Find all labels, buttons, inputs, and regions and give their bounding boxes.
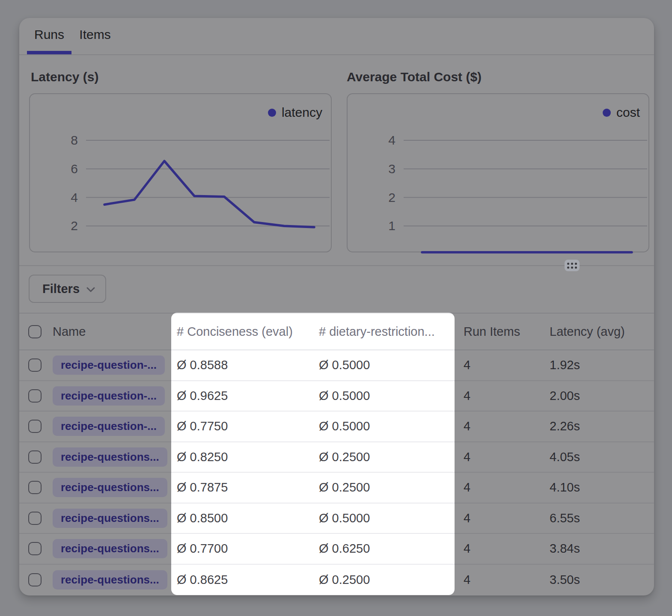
latency-legend: latency (268, 105, 322, 120)
table-row: recipe-questions...Ø 0.7700Ø 0.625043.84… (19, 534, 654, 565)
dietary-value: Ø 0.2500 (319, 565, 370, 595)
dietary-value: Ø 0.5000 (319, 503, 370, 533)
table-row: recipe-question-...Ø 0.8588Ø 0.500041.92… (19, 350, 654, 381)
svg-text:4: 4 (71, 190, 78, 204)
table-row: recipe-questions...Ø 0.7875Ø 0.250044.10… (19, 473, 654, 503)
tab-items[interactable]: Items (76, 18, 114, 51)
table-row: recipe-question-...Ø 0.9625Ø 0.500042.00… (19, 381, 654, 412)
cost-legend: cost (603, 105, 640, 120)
conciseness-value: Ø 0.7875 (177, 473, 228, 503)
row-checkbox[interactable] (28, 542, 42, 555)
column-header-name: Name (53, 314, 86, 349)
row-checkbox[interactable] (28, 358, 42, 372)
latency-value: 2.26s (550, 412, 580, 441)
run-name-badge[interactable]: recipe-question-... (53, 417, 165, 436)
filters-button-label: Filters (42, 282, 80, 296)
conciseness-value: Ø 0.7750 (177, 412, 228, 441)
run-name-badge[interactable]: recipe-question-... (53, 386, 165, 406)
column-header-conciseness: # Conciseness (eval) (177, 314, 293, 349)
svg-text:6: 6 (71, 162, 78, 176)
run-items-value: 4 (464, 565, 470, 595)
run-items-value: 4 (464, 503, 470, 533)
cost-legend-dot-icon (603, 109, 611, 117)
latency-value: 4.10s (550, 473, 580, 503)
run-items-value: 4 (464, 534, 470, 564)
dietary-value: Ø 0.5000 (319, 381, 370, 411)
latency-chart-title: Latency (s) (31, 70, 98, 84)
conciseness-value: Ø 0.7700 (177, 534, 228, 564)
run-name-badge[interactable]: recipe-question-... (53, 355, 165, 375)
svg-text:3: 3 (388, 162, 395, 176)
runs-table: Name # Conciseness (eval) # dietary-rest… (19, 313, 654, 595)
row-checkbox[interactable] (28, 512, 42, 525)
active-tab-indicator (27, 51, 71, 54)
filters-button[interactable]: Filters (29, 275, 106, 303)
latency-value: 6.55s (550, 503, 580, 533)
conciseness-value: Ø 0.8500 (177, 503, 228, 533)
run-items-value: 4 (464, 442, 470, 472)
dietary-value: Ø 0.5000 (319, 412, 370, 441)
run-name-badge[interactable]: recipe-questions... (53, 478, 167, 497)
latency-legend-label: latency (282, 105, 322, 120)
cost-chart: 1234 cost (347, 93, 649, 252)
run-name-badge[interactable]: recipe-questions... (53, 447, 167, 467)
svg-text:8: 8 (71, 133, 78, 147)
column-header-dietary: # dietary-restriction... (319, 314, 435, 349)
dietary-value: Ø 0.2500 (319, 442, 370, 472)
table-header-row: Name # Conciseness (eval) # dietary-rest… (19, 313, 654, 350)
run-name-badge[interactable]: recipe-questions... (53, 539, 167, 558)
run-items-value: 4 (464, 473, 470, 503)
latency-value: 3.84s (550, 534, 580, 564)
run-name-badge[interactable]: recipe-questions... (53, 509, 167, 528)
run-items-value: 4 (464, 350, 470, 380)
tab-bar: Runs Items (19, 18, 654, 55)
page: Runs Items Latency (s) Average Total Cos… (0, 0, 672, 616)
runs-panel: Runs Items Latency (s) Average Total Cos… (19, 18, 654, 595)
svg-text:2: 2 (388, 190, 395, 204)
column-header-latency: Latency (avg) (550, 314, 625, 349)
conciseness-value: Ø 0.8250 (177, 442, 228, 472)
column-header-run-items: Run Items (464, 314, 520, 349)
svg-text:2: 2 (71, 219, 78, 233)
conciseness-value: Ø 0.8588 (177, 350, 228, 380)
latency-value: 1.92s (550, 350, 580, 380)
cost-legend-label: cost (616, 105, 640, 120)
conciseness-value: Ø 0.8625 (177, 565, 228, 595)
chevron-down-icon (86, 287, 95, 293)
table-row: recipe-questions...Ø 0.8625Ø 0.250043.50… (19, 565, 654, 595)
svg-text:4: 4 (388, 133, 395, 147)
resize-drag-handle[interactable] (565, 260, 580, 271)
row-checkbox[interactable] (28, 450, 42, 464)
run-items-value: 4 (464, 381, 470, 411)
cost-chart-title: Average Total Cost ($) (347, 70, 482, 84)
latency-value: 2.00s (550, 381, 580, 411)
row-checkbox[interactable] (28, 389, 42, 403)
latency-value: 3.50s (550, 565, 580, 595)
section-divider (19, 265, 654, 266)
row-checkbox[interactable] (28, 420, 42, 433)
tab-runs[interactable]: Runs (27, 18, 71, 51)
svg-text:1: 1 (388, 219, 395, 233)
latency-legend-dot-icon (268, 109, 276, 117)
run-name-badge[interactable]: recipe-questions... (53, 570, 167, 589)
table-row: recipe-questions...Ø 0.8500Ø 0.500046.55… (19, 503, 654, 534)
latency-value: 4.05s (550, 442, 580, 472)
row-checkbox[interactable] (28, 481, 42, 494)
run-items-value: 4 (464, 412, 470, 441)
dietary-value: Ø 0.5000 (319, 350, 370, 380)
row-checkbox[interactable] (28, 573, 42, 586)
latency-chart: 2468 latency (29, 93, 332, 252)
grip-dots-icon (567, 263, 577, 269)
dietary-value: Ø 0.2500 (319, 473, 370, 503)
dietary-value: Ø 0.6250 (319, 534, 370, 564)
conciseness-value: Ø 0.9625 (177, 381, 228, 411)
select-all-checkbox[interactable] (28, 325, 42, 338)
table-row: recipe-question-...Ø 0.7750Ø 0.500042.26… (19, 412, 654, 442)
table-row: recipe-questions...Ø 0.8250Ø 0.250044.05… (19, 442, 654, 473)
